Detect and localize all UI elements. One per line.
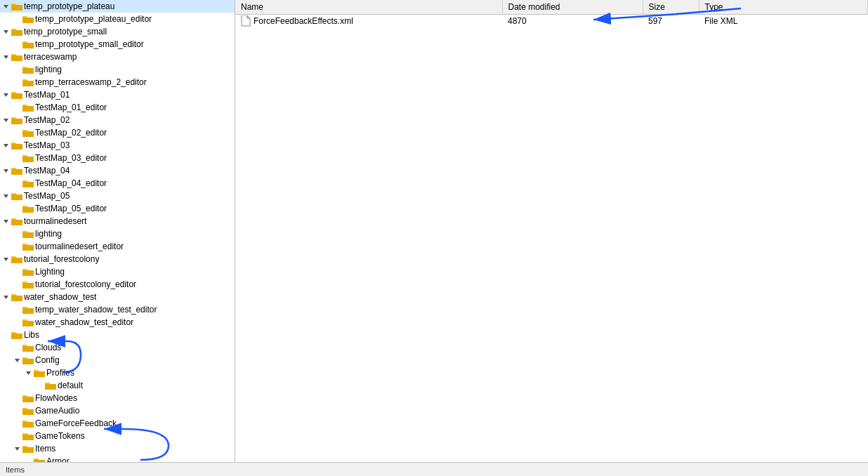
tree-item-label: FlowNodes	[35, 393, 77, 403]
toggle-icon[interactable]	[0, 89, 11, 100]
folder-icon	[22, 15, 34, 24]
tree-item-Libs[interactable]: Libs	[0, 329, 235, 341]
tree-item-label: TestMap_05	[24, 191, 70, 201]
toggle-icon[interactable]	[11, 39, 22, 50]
toggle-icon[interactable]	[0, 216, 11, 227]
tree-item-temp_prototype_small_editor[interactable]: temp_prototype_small_editor	[0, 38, 235, 51]
toggle-icon[interactable]	[34, 380, 45, 391]
tree-item-Config[interactable]: Config	[0, 354, 235, 366]
folder-icon	[22, 432, 34, 441]
tree-item-Items[interactable]: Items	[0, 442, 235, 455]
folder-icon	[22, 394, 34, 403]
svg-marker-2	[4, 55, 8, 59]
file-list-row[interactable]: ForceFeedbackEffects.xml4870597File XML	[235, 14, 868, 27]
tree-item-terraceswamp[interactable]: terraceswamp	[0, 51, 235, 63]
svg-marker-10	[4, 296, 8, 299]
tree-item-temp_water_shadow_test_editor[interactable]: temp_water_shadow_test_editor	[0, 303, 235, 316]
tree-item-label: TestMap_01_editor	[35, 103, 107, 112]
toggle-icon[interactable]	[11, 317, 22, 328]
col-size[interactable]: Size	[643, 0, 699, 14]
folder-icon	[22, 78, 34, 87]
toggle-icon[interactable]	[22, 367, 34, 378]
toggle-icon[interactable]	[11, 266, 22, 277]
tree-item-label: TestMap_03_editor	[35, 153, 107, 163]
tree-item-tourmalinedesert_editor[interactable]: tourmalinedesert_editor	[0, 240, 235, 253]
tree-item-temp_terraceswamp_2_editor[interactable]: temp_terraceswamp_2_editor	[0, 76, 235, 88]
col-date[interactable]: Date modified	[502, 0, 643, 14]
tree-item-lighting_2[interactable]: lighting	[0, 227, 235, 240]
toggle-icon[interactable]	[11, 279, 22, 290]
toggle-icon[interactable]	[0, 1, 11, 12]
toggle-icon[interactable]	[0, 291, 11, 303]
toggle-icon[interactable]	[0, 140, 11, 151]
toggle-icon[interactable]	[0, 51, 11, 62]
toggle-icon[interactable]	[11, 418, 22, 429]
tree-item-label: Items	[35, 444, 55, 454]
toggle-icon[interactable]	[11, 102, 22, 113]
tree-item-temp_prototype_plateau_editor[interactable]: temp_prototype_plateau_editor	[0, 13, 235, 25]
tree-item-tutorial_forestcolony_editor[interactable]: tutorial_forestcolony_editor	[0, 278, 235, 291]
tree-item-label: TestMap_02	[24, 115, 70, 125]
folder-icon	[22, 242, 34, 251]
tree-item-GameAudio[interactable]: GameAudio	[0, 404, 235, 417]
toggle-icon[interactable]	[11, 228, 22, 239]
folder-icon	[22, 343, 34, 352]
tree-item-lighting_1[interactable]: lighting	[0, 63, 235, 76]
toggle-icon[interactable]	[11, 355, 22, 366]
tree-item-TestMap_04[interactable]: TestMap_04	[0, 164, 235, 177]
toggle-icon[interactable]	[0, 165, 11, 176]
toggle-icon[interactable]	[0, 26, 11, 37]
tree-item-GameForceFeedback[interactable]: GameForceFeedback	[0, 417, 235, 430]
tree-item-TestMap_02_editor[interactable]: TestMap_02_editor	[0, 126, 235, 139]
tree-item-temp_prototype_plateau[interactable]: temp_prototype_plateau	[0, 0, 235, 13]
tree-item-FlowNodes[interactable]: FlowNodes	[0, 392, 235, 404]
tree-item-TestMap_04_editor[interactable]: TestMap_04_editor	[0, 177, 235, 190]
toggle-icon[interactable]	[11, 13, 22, 25]
toggle-icon[interactable]	[11, 77, 22, 88]
toggle-icon[interactable]	[11, 443, 22, 454]
tree-item-TestMap_05_editor[interactable]: TestMap_05_editor	[0, 202, 235, 215]
tree-item-TestMap_03_editor[interactable]: TestMap_03_editor	[0, 152, 235, 164]
tree-item-TestMap_01_editor[interactable]: TestMap_01_editor	[0, 101, 235, 114]
toggle-icon[interactable]	[0, 253, 11, 265]
toggle-icon[interactable]	[11, 304, 22, 315]
tree-item-TestMap_05[interactable]: TestMap_05	[0, 190, 235, 202]
toggle-icon[interactable]	[11, 127, 22, 138]
tree-item-water_shadow_test[interactable]: water_shadow_test	[0, 291, 235, 303]
tree-item-GameTokens[interactable]: GameTokens	[0, 430, 235, 442]
file-tree[interactable]: temp_prototype_plateau temp_prototype_pl…	[0, 0, 235, 476]
folder-icon	[22, 103, 34, 112]
tree-item-TestMap_03[interactable]: TestMap_03	[0, 139, 235, 152]
tree-item-water_shadow_test_editor[interactable]: water_shadow_test_editor	[0, 316, 235, 329]
toggle-icon[interactable]	[11, 342, 22, 353]
toggle-icon[interactable]	[11, 64, 22, 75]
svg-marker-7	[4, 194, 8, 198]
tree-item-default[interactable]: default	[0, 379, 235, 392]
toggle-icon[interactable]	[11, 405, 22, 416]
toggle-icon[interactable]	[0, 114, 11, 126]
toggle-icon[interactable]	[0, 329, 11, 341]
tree-item-tourmalinedesert[interactable]: tourmalinedesert	[0, 215, 235, 227]
tree-item-Lighting[interactable]: Lighting	[0, 265, 235, 278]
tree-item-label: temp_prototype_small_editor	[35, 39, 144, 49]
tree-item-Profiles[interactable]: Profiles	[0, 366, 235, 379]
toggle-icon[interactable]	[11, 241, 22, 252]
toggle-icon[interactable]	[11, 203, 22, 214]
toggle-icon[interactable]	[0, 190, 11, 201]
toggle-icon[interactable]	[11, 152, 22, 164]
toggle-icon[interactable]	[11, 178, 22, 189]
tree-item-TestMap_01[interactable]: TestMap_01	[0, 88, 235, 101]
tree-item-label: default	[58, 381, 83, 390]
file-date-cell: 4870	[502, 14, 643, 27]
toggle-icon[interactable]	[11, 392, 22, 404]
tree-item-label: temp_water_shadow_test_editor	[35, 305, 157, 315]
toggle-icon[interactable]	[11, 430, 22, 442]
col-type[interactable]: Type	[699, 0, 868, 14]
tree-item-Clouds[interactable]: Clouds	[0, 341, 235, 354]
tree-item-TestMap_02[interactable]: TestMap_02	[0, 114, 235, 126]
folder-icon	[22, 40, 34, 49]
col-name[interactable]: Name	[235, 0, 502, 14]
tree-item-label: tutorial_forestcolony	[24, 254, 99, 264]
tree-item-tutorial_forestcolony[interactable]: tutorial_forestcolony	[0, 253, 235, 265]
tree-item-temp_prototype_small[interactable]: temp_prototype_small	[0, 25, 235, 38]
